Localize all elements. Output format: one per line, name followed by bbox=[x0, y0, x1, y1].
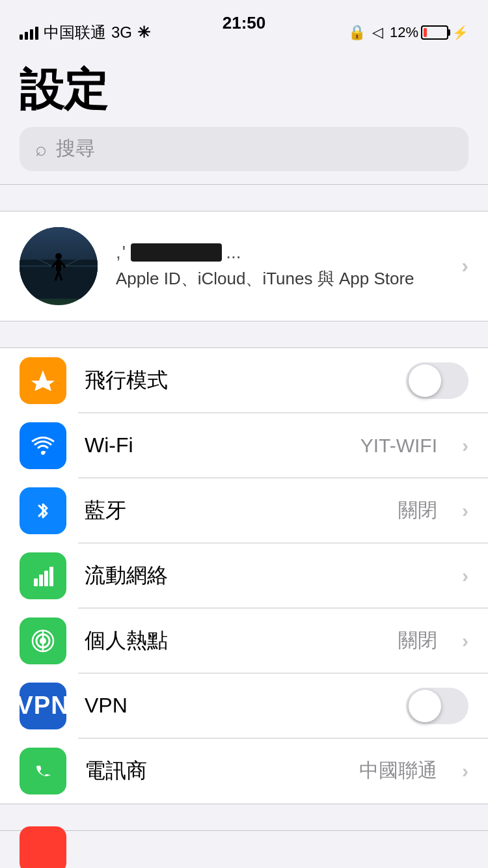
toggle-knob bbox=[409, 364, 441, 397]
search-icon: ⌕ bbox=[35, 138, 47, 160]
svg-rect-7 bbox=[56, 260, 61, 271]
settings-item-wifi[interactable]: Wi-Fi YIT-WIFI › bbox=[0, 413, 488, 478]
svg-rect-16 bbox=[49, 567, 53, 586]
lock-icon: 🔒 bbox=[348, 24, 366, 41]
avatar-image bbox=[20, 227, 98, 305]
settings-item-hotspot[interactable]: 個人熱點 關閉 › bbox=[0, 608, 488, 673]
page-title: 設定 bbox=[20, 65, 468, 114]
apple-id-chevron: › bbox=[461, 254, 468, 278]
settings-item-airplane[interactable]: 飛行模式 bbox=[0, 348, 488, 413]
network-type: 3G bbox=[111, 23, 132, 42]
svg-point-6 bbox=[55, 253, 62, 260]
avatar bbox=[20, 227, 98, 305]
settings-section-network: 飛行模式 Wi-Fi YIT-WIFI › 藍牙 關閉 › bbox=[0, 347, 488, 804]
settings-item-carrier[interactable]: 電訊商 中國聯通 › bbox=[0, 739, 488, 804]
phone-icon bbox=[30, 758, 56, 784]
next-section-icon bbox=[20, 826, 66, 868]
svg-rect-14 bbox=[39, 575, 43, 586]
svg-rect-15 bbox=[44, 571, 48, 586]
hotspot-icon-wrap bbox=[20, 617, 66, 664]
bluetooth-label: 藍牙 bbox=[85, 496, 380, 525]
location-icon: ◁ bbox=[372, 24, 383, 41]
settings-item-cellular[interactable]: 流動網絡 › bbox=[0, 543, 488, 608]
apple-id-row[interactable]: ,' ... Apple ID、iCloud、iTunes 與 App Stor… bbox=[0, 211, 488, 321]
bluetooth-chevron: › bbox=[462, 500, 468, 522]
vpn-toggle[interactable] bbox=[406, 688, 468, 724]
signal-bars-icon bbox=[20, 25, 38, 40]
section-gap-1 bbox=[0, 185, 488, 211]
apple-id-subtitle: Apple ID、iCloud、iTunes 與 App Store bbox=[116, 267, 443, 290]
hotspot-chevron: › bbox=[462, 630, 468, 652]
wifi-chevron: › bbox=[462, 435, 468, 457]
settings-item-vpn[interactable]: VPN VPN bbox=[0, 673, 488, 739]
settings-item-bluetooth[interactable]: 藍牙 關閉 › bbox=[0, 478, 488, 543]
carrier-text: 中国联通 bbox=[44, 22, 106, 43]
hotspot-value: 關閉 bbox=[398, 627, 437, 654]
airplane-toggle[interactable] bbox=[406, 362, 468, 399]
hotspot-icon bbox=[30, 628, 56, 654]
apple-id-name-masked: ,' ... bbox=[116, 242, 443, 263]
vpn-icon-text: VPN bbox=[16, 692, 69, 720]
name-dots: ,' bbox=[116, 242, 127, 263]
wifi-icon-wrap bbox=[20, 422, 66, 469]
name-masked-block bbox=[131, 243, 222, 262]
name-dots-2: ... bbox=[226, 242, 241, 263]
bluetooth-value: 關閉 bbox=[398, 497, 437, 524]
battery-icon bbox=[421, 25, 448, 40]
search-bar[interactable]: ⌕ 搜尋 bbox=[20, 127, 468, 171]
loading-icon: ✳ bbox=[137, 23, 150, 42]
hotspot-label: 個人熱點 bbox=[85, 627, 380, 655]
carrier-label: 電訊商 bbox=[85, 757, 341, 785]
cellular-label: 流動網絡 bbox=[85, 562, 444, 590]
page-title-area: 設定 bbox=[0, 52, 488, 120]
section-gap-2 bbox=[0, 321, 488, 347]
carrier-icon-wrap bbox=[20, 748, 66, 794]
bottom-gap bbox=[0, 804, 488, 830]
bluetooth-icon-wrap bbox=[20, 487, 66, 534]
search-placeholder: 搜尋 bbox=[56, 135, 95, 162]
carrier-value: 中國聯通 bbox=[359, 757, 437, 784]
search-container: ⌕ 搜尋 bbox=[0, 120, 488, 184]
cellular-chevron: › bbox=[462, 565, 468, 587]
airplane-icon-wrap bbox=[20, 357, 66, 404]
status-right: 🔒 ◁ 12% ⚡ bbox=[348, 24, 468, 41]
vpn-label: VPN bbox=[85, 694, 388, 718]
wifi-icon bbox=[30, 433, 56, 459]
vpn-icon-wrap: VPN bbox=[20, 683, 66, 729]
battery-container: 12% ⚡ bbox=[390, 24, 468, 41]
svg-rect-13 bbox=[34, 578, 38, 586]
wifi-value: YIT-WIFI bbox=[360, 435, 437, 457]
status-left: 中国联通 3G ✳ bbox=[20, 22, 150, 43]
charging-icon: ⚡ bbox=[452, 25, 468, 40]
carrier-chevron: › bbox=[462, 760, 468, 782]
bottom-red-hint bbox=[0, 830, 488, 850]
cellular-icon bbox=[30, 563, 56, 589]
status-bar: 中国联通 3G ✳ 21:50 🔒 ◁ 12% ⚡ bbox=[0, 0, 488, 52]
vpn-toggle-knob bbox=[409, 690, 441, 722]
wifi-label: Wi-Fi bbox=[85, 433, 342, 457]
cellular-icon-wrap bbox=[20, 552, 66, 599]
svg-point-12 bbox=[41, 451, 45, 455]
airplane-icon bbox=[30, 368, 56, 394]
avatar-svg bbox=[20, 227, 98, 299]
battery-fill bbox=[424, 28, 427, 37]
battery-percent: 12% bbox=[390, 24, 418, 41]
airplane-label: 飛行模式 bbox=[85, 366, 388, 395]
status-time: 21:50 bbox=[223, 13, 266, 33]
bluetooth-icon bbox=[30, 498, 56, 524]
apple-id-info: ,' ... Apple ID、iCloud、iTunes 與 App Stor… bbox=[116, 242, 443, 290]
